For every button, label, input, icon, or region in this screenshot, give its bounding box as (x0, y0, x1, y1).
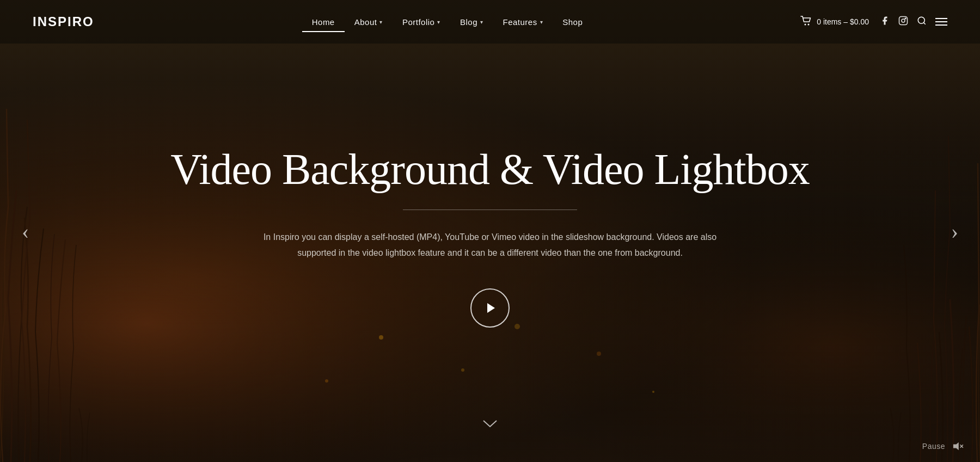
next-arrow[interactable]: › (946, 215, 964, 248)
navbar-right: 0 items – $0.00 (800, 16, 947, 28)
play-button[interactable] (470, 288, 510, 328)
logo[interactable]: INSPIRO (33, 14, 94, 29)
svg-point-9 (808, 23, 810, 25)
nav-link-shop[interactable]: Shop (553, 12, 592, 32)
hero-title: Video Background & Video Lightbox (170, 145, 810, 193)
svg-point-12 (905, 17, 906, 19)
facebook-icon[interactable] (880, 16, 890, 28)
social-icons (880, 16, 947, 28)
nav-item-home[interactable]: Home (302, 12, 345, 32)
svg-marker-15 (953, 442, 959, 450)
hero-divider (403, 210, 577, 210)
hamburger-menu-icon[interactable] (935, 18, 947, 26)
mute-button[interactable] (952, 441, 964, 451)
pause-button[interactable]: Pause (922, 442, 945, 451)
cart-icon (800, 16, 812, 28)
nav-item-features[interactable]: Features ▾ (493, 12, 553, 32)
chevron-down-icon: ▾ (480, 19, 483, 25)
scroll-down-chevron[interactable] (482, 418, 498, 432)
search-icon[interactable] (917, 16, 927, 28)
cart-label: 0 items – $0.00 (817, 17, 869, 26)
svg-point-13 (918, 17, 924, 23)
chevron-down-icon: ▾ (437, 19, 440, 25)
nav-item-about[interactable]: About ▾ (345, 12, 393, 32)
nav-menu: Home About ▾ Portfolio ▾ Blog ▾ (302, 12, 593, 32)
chevron-down-icon: ▾ (379, 19, 383, 25)
nav-link-blog[interactable]: Blog ▾ (450, 12, 493, 32)
hero-content: Video Background & Video Lightbox In Ins… (0, 44, 980, 462)
svg-point-8 (805, 23, 806, 25)
cart-button[interactable]: 0 items – $0.00 (800, 16, 869, 28)
hero-description: In Inspiro you can display a self-hosted… (245, 230, 735, 261)
menu-line (935, 21, 947, 22)
nav-item-blog[interactable]: Blog ▾ (450, 12, 493, 32)
menu-line (935, 18, 947, 19)
menu-line (935, 24, 947, 26)
instagram-icon[interactable] (898, 16, 908, 28)
nav-link-portfolio[interactable]: Portfolio ▾ (393, 12, 450, 32)
nav-item-portfolio[interactable]: Portfolio ▾ (393, 12, 450, 32)
hero-section: INSPIRO Home About ▾ Portfolio ▾ Blog (0, 0, 980, 462)
play-icon (485, 301, 498, 315)
svg-point-11 (902, 19, 905, 22)
video-controls: Pause (922, 441, 964, 451)
navbar: INSPIRO Home About ▾ Portfolio ▾ Blog (0, 0, 980, 44)
chevron-down-icon: ▾ (540, 19, 543, 25)
svg-marker-14 (487, 303, 495, 313)
nav-item-shop[interactable]: Shop (553, 12, 592, 32)
prev-arrow[interactable]: ‹ (16, 215, 34, 248)
nav-link-features[interactable]: Features ▾ (493, 12, 553, 32)
nav-link-about[interactable]: About ▾ (345, 12, 393, 32)
nav-link-home[interactable]: Home (302, 12, 345, 32)
